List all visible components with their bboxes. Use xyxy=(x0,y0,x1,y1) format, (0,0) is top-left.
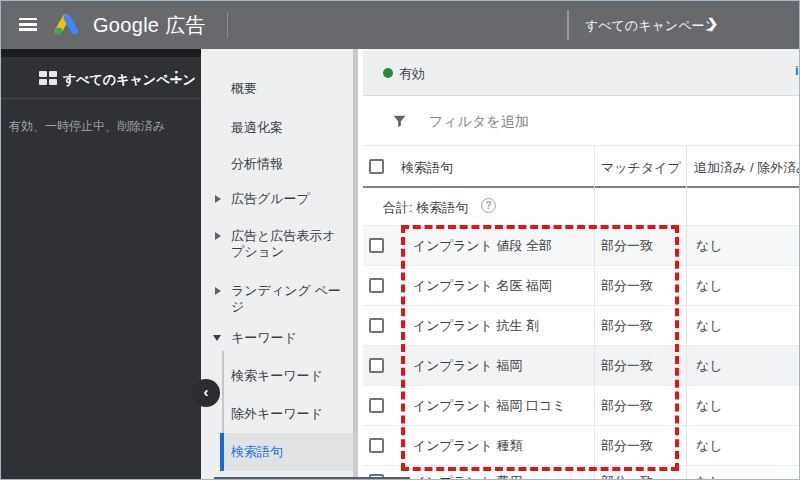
status-label[interactable]: 有効 xyxy=(399,65,425,83)
topbar-divider xyxy=(567,10,569,40)
cell-search-term: インプラント 福岡 口コミ xyxy=(413,397,566,415)
cell-match-type: 部分一致 xyxy=(601,437,653,455)
cell-match-type: 部分一致 xyxy=(601,473,653,480)
chevron-right-icon[interactable] xyxy=(215,287,221,295)
nav-item-insights[interactable]: 分析情報 xyxy=(231,152,349,176)
overflow-menu-icon[interactable]: ⋮ xyxy=(169,68,184,86)
cell-search-term: インプラント 値段 全部 xyxy=(413,237,552,255)
nav-item-ads-extensions[interactable]: 広告と広告表示オプション xyxy=(231,228,347,260)
table-header-row: 検索語句 マッチタイプ 追加済み / 除外済み xyxy=(363,146,800,188)
cell-match-type: 部分一致 xyxy=(601,277,653,295)
table-row[interactable]: インプラント 費用 部分一致 なし xyxy=(363,464,800,480)
column-header-added-excluded[interactable]: 追加済み / 除外済み xyxy=(694,159,800,177)
cell-search-term: インプラント 福岡 xyxy=(413,357,522,375)
chevron-left-icon: ‹ xyxy=(204,383,209,400)
chevron-right-icon[interactable]: ❯ xyxy=(707,16,718,31)
row-checkbox[interactable] xyxy=(369,398,384,413)
column-divider xyxy=(594,146,595,480)
chevron-right-icon[interactable] xyxy=(215,232,221,240)
chevron-down-icon[interactable] xyxy=(213,335,221,341)
top-app-bar: Google 広告 すべてのキャンペーン ❯ xyxy=(1,1,799,49)
main-content: 有効 i フィルタを追加 検索語句 マッチタイプ 追加済み / 除外済み 合計:… xyxy=(363,49,800,480)
nav-item-search-keywords[interactable]: 検索キーワード xyxy=(231,364,349,388)
cell-search-term: インプラント 費用 xyxy=(413,473,522,480)
cell-match-type: 部分一致 xyxy=(601,317,653,335)
column-header-search-term[interactable]: 検索語句 xyxy=(401,159,453,177)
cell-match-type: 部分一致 xyxy=(601,397,653,415)
cell-match-type: 部分一致 xyxy=(601,237,653,255)
selected-indicator xyxy=(220,433,224,471)
add-filter-bar[interactable]: フィルタを追加 xyxy=(363,96,800,146)
google-ads-window: Google 広告 すべてのキャンペーン ❯ すべてのキャンペーン ⋮ 有効、一… xyxy=(0,0,800,480)
campaign-filter-summary: 有効、一時停止中、削除済み xyxy=(9,118,165,135)
table-row[interactable]: インプラント 抗生 剤 部分一致 なし xyxy=(363,306,800,346)
status-bar: 有効 i xyxy=(363,49,800,96)
nav-item-recommendations[interactable]: 最適化案 xyxy=(231,116,349,140)
cell-added-excluded: なし xyxy=(696,473,723,480)
table-summary-row: 合計: 検索語句 ? xyxy=(363,188,800,226)
brand-title: Google 広告 xyxy=(93,12,206,39)
cell-search-term: インプラント 名医 福岡 xyxy=(413,277,552,295)
cell-added-excluded: なし xyxy=(696,317,723,335)
cell-added-excluded: なし xyxy=(696,357,723,375)
info-icon[interactable]: i xyxy=(795,63,799,78)
filter-funnel-icon xyxy=(391,113,408,133)
table-row[interactable]: インプラント 福岡 口コミ 部分一致 なし xyxy=(363,386,800,426)
summary-label: 合計: 検索語句 xyxy=(383,199,468,217)
google-ads-logo-icon xyxy=(53,13,80,41)
row-checkbox[interactable] xyxy=(369,438,384,453)
row-checkbox[interactable] xyxy=(369,278,384,293)
nav-item-overview[interactable]: 概要 xyxy=(231,77,349,101)
column-header-match-type[interactable]: マッチタイプ xyxy=(601,159,681,177)
table-row[interactable]: インプラント 名医 福岡 部分一致 なし xyxy=(363,266,800,306)
table-row[interactable]: インプラント 値段 全部 部分一致 なし xyxy=(363,226,800,266)
nav-item-landing-pages[interactable]: ランディング ページ xyxy=(231,283,347,315)
cell-match-type: 部分一致 xyxy=(601,357,653,375)
cell-search-term: インプラント 種類 xyxy=(413,437,522,455)
account-sidebar: すべてのキャンペーン ⋮ 有効、一時停止中、削除済み xyxy=(1,49,201,480)
nav-item-ad-groups[interactable]: 広告グループ xyxy=(231,187,349,211)
campaign-selector[interactable]: すべてのキャンペーン xyxy=(585,17,718,35)
divider xyxy=(1,98,201,99)
row-checkbox[interactable] xyxy=(369,358,384,373)
column-divider xyxy=(686,146,687,480)
row-checkbox[interactable] xyxy=(369,238,384,253)
row-checkbox[interactable] xyxy=(369,318,384,333)
topbar-divider xyxy=(227,12,228,38)
nav-item-search-terms-selected[interactable]: 検索語句 xyxy=(220,433,354,471)
select-all-checkbox[interactable] xyxy=(369,159,384,174)
cell-added-excluded: なし xyxy=(696,397,723,415)
campaigns-grid-icon[interactable] xyxy=(39,71,58,86)
status-enabled-dot-icon xyxy=(383,68,393,78)
add-filter-label: フィルタを追加 xyxy=(429,113,529,131)
collapse-panel-button[interactable]: ‹ xyxy=(192,379,220,407)
cell-added-excluded: なし xyxy=(696,437,723,455)
section-nav: 概要 最適化案 分析情報 広告グループ 広告と広告表示オプション ランディング … xyxy=(201,49,363,480)
hamburger-menu-icon[interactable] xyxy=(19,18,37,31)
cell-added-excluded: なし xyxy=(696,277,723,295)
chevron-right-icon[interactable] xyxy=(215,195,221,203)
table-row[interactable]: インプラント 福岡 部分一致 なし xyxy=(363,346,800,386)
cell-search-term: インプラント 抗生 剤 xyxy=(413,317,539,335)
nav-item-label: 検索語句 xyxy=(231,433,283,471)
table-row[interactable]: インプラント 種類 部分一致 なし xyxy=(363,426,800,466)
nav-item-keywords[interactable]: キーワード xyxy=(231,326,349,350)
nav-item-negative-keywords[interactable]: 除外キーワード xyxy=(231,402,349,426)
sidebar-top-shadow xyxy=(1,49,201,57)
help-icon[interactable]: ? xyxy=(481,198,496,213)
nav-indent-line xyxy=(222,351,224,433)
cell-added-excluded: なし xyxy=(696,237,723,255)
